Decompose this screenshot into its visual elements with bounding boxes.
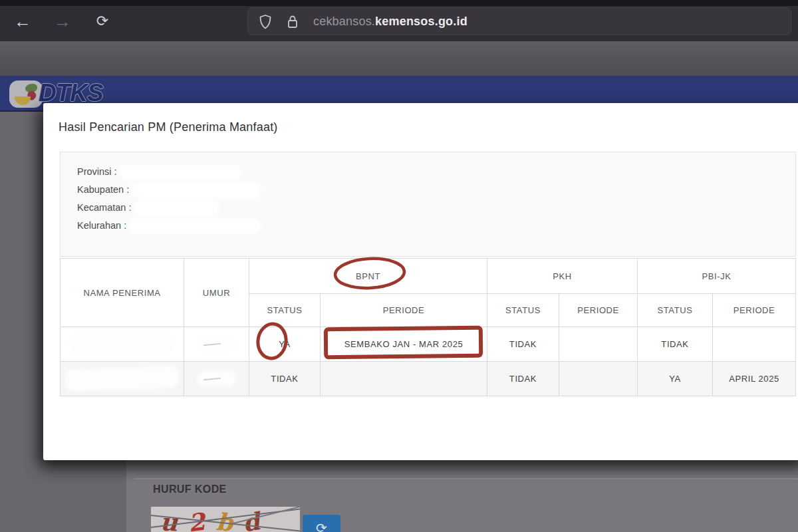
location-row-kabupaten: Kabupaten :: [77, 181, 795, 199]
redaction-blob: [70, 336, 174, 352]
cell-bpnt-status: TIDAK: [249, 362, 321, 396]
location-row-kecamatan: Kecamatan :: [77, 199, 795, 217]
redaction-blob: [132, 221, 258, 231]
col-header-pkh-status: STATUS: [487, 294, 559, 327]
browser-toolbar: ← → ⟳ cekbansos.kemensos.go.id: [0, 0, 798, 41]
content-divider: [134, 478, 798, 479]
refresh-icon: ⟳: [316, 521, 327, 532]
cell-pbijk-periode: APRIL 2025: [713, 362, 796, 396]
redaction-blob: [67, 368, 178, 390]
address-bar[interactable]: cekbansos.kemensos.go.id: [247, 7, 791, 35]
redaction-smudge: [203, 342, 220, 346]
sun-icon: [15, 96, 31, 105]
cell-nama-redacted: [61, 362, 184, 396]
col-group-pbijk: PBI-JK: [638, 259, 796, 294]
huruf-kode-label: HURUF KODE: [153, 483, 227, 495]
dtks-logo-emblem: [9, 80, 43, 108]
captcha-refresh-button[interactable]: ⟳: [303, 515, 340, 532]
location-row-kelurahan: Kelurahan :: [77, 217, 795, 235]
screenshot-root: DTKS HURUF KODE u 2 b d ⟳ Hasil Pencaria…: [0, 0, 798, 532]
captcha-image: u 2 b d: [151, 507, 300, 532]
url-text: cekbansos.kemensos.go.id: [313, 8, 467, 35]
cell-pbijk-status: YA: [638, 362, 713, 396]
cell-pkh-periode: [559, 362, 638, 396]
cell-pkh-periode: [559, 327, 638, 362]
browser-back-button[interactable]: ←: [9, 9, 36, 33]
col-header-umur: UMUR: [184, 259, 249, 327]
redaction-blob: [134, 185, 257, 196]
browser-titlebar: [0, 0, 798, 6]
col-header-pbijk-status: STATUS: [638, 294, 713, 327]
cell-bpnt-periode: SEMBAKO JAN - MAR 2025: [321, 327, 487, 362]
cell-bpnt-periode: [321, 362, 487, 396]
lock-icon[interactable]: [287, 14, 299, 33]
shield-icon[interactable]: [259, 14, 272, 33]
cell-pkh-status: TIDAK: [487, 362, 559, 396]
col-header-bpnt-status: STATUS: [249, 294, 321, 327]
kelurahan-label: Kelurahan :: [77, 220, 126, 231]
col-group-bpnt: BPNT: [249, 259, 487, 294]
url-domain: kemensos.go.id: [375, 15, 467, 28]
table-row: TIDAK TIDAK YA APRIL 2025: [61, 362, 796, 396]
redaction-blob: [136, 203, 216, 213]
modal-title: Hasil Pencarian PM (Penerima Manfaat): [59, 120, 278, 134]
search-result-modal: Hasil Pencarian PM (Penerima Manfaat) Pr…: [43, 103, 798, 460]
location-row-provinsi: Provinsi :: [77, 163, 795, 181]
url-subdomain: cekbansos.: [313, 15, 375, 28]
kabupaten-label: Kabupaten :: [77, 184, 129, 195]
redaction-smudge: [203, 377, 220, 380]
redaction-blob: [122, 167, 239, 178]
cell-umur-redacted: [184, 362, 249, 396]
cell-pbijk-periode: [713, 327, 796, 362]
browser-reload-button[interactable]: ⟳: [89, 9, 116, 33]
col-header-pkh-periode: PERIODE: [559, 294, 638, 327]
cell-pkh-status: TIDAK: [487, 327, 559, 362]
cell-umur-redacted: [184, 327, 249, 362]
provinsi-label: Provinsi :: [77, 166, 117, 177]
location-infobox: Provinsi : Kabupaten : Kecamatan : Kelur…: [60, 152, 796, 257]
cell-pbijk-status: TIDAK: [638, 327, 713, 362]
redaction-blob: [200, 373, 234, 385]
page-top-strip: [0, 41, 798, 76]
browser-forward-button[interactable]: →: [49, 9, 76, 33]
cell-bpnt-status: YA: [249, 327, 321, 362]
col-header-pbijk-periode: PERIODE: [713, 294, 796, 327]
col-group-pkh: PKH: [487, 259, 638, 294]
table-row: YA SEMBAKO JAN - MAR 2025 TIDAK TIDAK: [61, 327, 796, 362]
cell-nama-redacted: [61, 327, 184, 362]
col-header-nama: NAMA PENERIMA: [61, 259, 184, 327]
kecamatan-label: Kecamatan :: [77, 202, 131, 213]
redaction-blob: [200, 338, 234, 350]
benefit-result-table: NAMA PENERIMA UMUR BPNT PKH PBI-JK STATU…: [60, 258, 796, 396]
col-header-bpnt-periode: PERIODE: [321, 294, 487, 327]
captcha-char: u: [160, 507, 178, 532]
